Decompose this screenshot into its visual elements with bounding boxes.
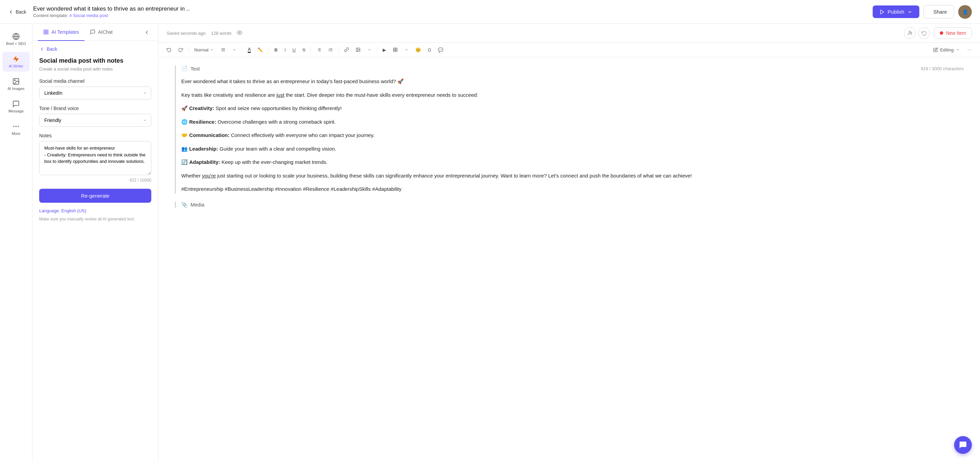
svg-rect-11 (44, 32, 46, 34)
link-button[interactable] (341, 46, 352, 54)
nav-item-brief-seo[interactable]: Brief + SEO (2, 29, 30, 49)
format-toolbar: Normal A ✏️ B I U S (158, 43, 980, 57)
sidebar-tabs: AI Templates AIChat (32, 24, 158, 41)
style-select[interactable]: Normal (191, 46, 217, 54)
regenerate-button[interactable]: Re-generate (39, 189, 151, 203)
editor-meta: Saved seconds ago 128 words (167, 30, 242, 37)
nav-label-message: Message (8, 109, 24, 113)
topbar: Back Ever wondered what it takes to thri… (0, 0, 980, 24)
svg-point-5 (14, 80, 15, 81)
ordered-list-button[interactable] (325, 46, 336, 54)
strikethrough-button[interactable]: S (300, 46, 309, 54)
social-media-channel-label: Social media channel (39, 78, 151, 84)
content-list-item-1: 🚀 Creativity: Spot and seize new opportu… (181, 104, 964, 113)
emoji-button[interactable]: 😊 (413, 46, 423, 54)
notes-group: Notes Must-have skills for an entreprene… (39, 133, 151, 183)
publish-button[interactable]: Publish (873, 5, 920, 18)
svg-point-14 (909, 31, 910, 33)
word-count: 128 words (211, 31, 231, 36)
nav-item-ai-writer[interactable]: AI Writer (2, 52, 30, 71)
social-media-post-link[interactable]: # Social media post (69, 13, 108, 18)
italic-button[interactable]: I (282, 46, 289, 54)
redo-button[interactable] (175, 46, 186, 54)
left-nav: Brief + SEO AI Writer AI Images Message (0, 24, 32, 462)
media-section-label: 📎 Media (181, 202, 964, 208)
nav-item-message[interactable]: Message (2, 97, 30, 116)
toolbar-separator-3 (269, 46, 269, 53)
content-list-item-4: 👥 Leadership: Guide your team with a cle… (181, 144, 964, 153)
nav-label-ai-writer: AI Writer (9, 64, 24, 68)
table-dropdown[interactable] (402, 46, 411, 53)
svg-rect-12 (46, 32, 48, 34)
media-section-icon: 📎 (181, 202, 188, 208)
notes-char-count: 622 / 10000 (39, 178, 151, 183)
table-button[interactable] (390, 46, 400, 54)
content-body[interactable]: Ever wondered what it takes to thrive as… (181, 77, 964, 194)
more-options-button[interactable]: ··· (965, 45, 975, 54)
content-para1: Ever wondered what it takes to thrive as… (181, 77, 964, 86)
add-user-button[interactable] (904, 27, 916, 39)
social-media-channel-group: Social media channel LinkedIn Twitter Fa… (39, 78, 151, 100)
saved-text: Saved seconds ago (167, 31, 205, 36)
media-dropdown[interactable] (364, 46, 374, 53)
svg-point-13 (239, 32, 240, 33)
text-section-title: 📄 Text (181, 65, 200, 71)
new-item-label: New Item (946, 30, 966, 36)
toolbar-separator-2 (242, 46, 242, 53)
bullet-list-button[interactable] (314, 46, 324, 54)
editing-mode-button[interactable]: Editing (930, 46, 963, 54)
align-button[interactable] (218, 46, 228, 54)
char-limit: 918 / 3000 characters (921, 66, 964, 71)
tone-brand-voice-label: Tone / Brand voice (39, 106, 151, 111)
new-item-button[interactable]: New Item (934, 27, 972, 39)
svg-point-8 (18, 126, 19, 127)
text-color-button[interactable]: A (245, 45, 253, 54)
back-button[interactable]: Back (8, 9, 26, 15)
content-list-item-3: 🤝 Communication: Connect effectively wit… (181, 131, 964, 140)
nav-label-more: More (11, 132, 20, 136)
topbar-actions: Publish Share 👤 (873, 5, 972, 19)
underline-button[interactable]: U (290, 46, 298, 54)
tab-aichat[interactable]: AIChat (84, 24, 118, 41)
tone-brand-voice-group: Tone / Brand voice Friendly Professional… (39, 106, 151, 127)
editor-area: Saved seconds ago 128 words (158, 24, 980, 462)
content-hashtags: #Entrepreneurship #BusinessLeadership #I… (181, 185, 964, 194)
chat-fab-button[interactable] (954, 436, 972, 454)
share-button[interactable]: Share (923, 5, 954, 18)
new-item-dot (940, 31, 943, 35)
bold-button[interactable]: B (272, 46, 280, 54)
editor-actions: New Item (904, 27, 972, 39)
tab-ai-templates[interactable]: AI Templates (38, 24, 84, 41)
nav-item-more[interactable]: More (2, 119, 30, 139)
notes-textarea[interactable]: Must-have skills for an entrepreneur - C… (39, 141, 151, 175)
visibility-toggle[interactable] (237, 30, 242, 37)
comment-button[interactable]: 💬 (435, 46, 446, 54)
align-dropdown[interactable] (230, 46, 239, 53)
special-chars-button[interactable]: Ω (425, 46, 434, 54)
sidebar-back-button[interactable]: Back (39, 46, 151, 52)
editor-topbar: Saved seconds ago 128 words (158, 24, 980, 43)
sidebar-language: Language: English (US) (39, 208, 151, 213)
highlight-button[interactable]: ✏️ (255, 46, 266, 54)
sidebar-collapse-button[interactable] (141, 27, 153, 38)
svg-rect-10 (46, 30, 48, 32)
tone-brand-voice-select[interactable]: Friendly Professional Casual Formal (39, 114, 151, 127)
social-media-channel-select[interactable]: LinkedIn Twitter Facebook Instagram (39, 87, 151, 100)
content-para3: Whether you're just starting out or look… (181, 171, 964, 180)
user-icons (904, 27, 930, 39)
template-title: Social media post with notes (39, 57, 151, 64)
sidebar-content: Back Social media post with notes Create… (32, 41, 158, 462)
content-para2: Key traits like creativity and resilienc… (181, 90, 964, 100)
history-button[interactable] (918, 27, 930, 39)
undo-button[interactable] (164, 46, 174, 54)
sidebar-panel: AI Templates AIChat Back Socia (32, 24, 158, 462)
play-button[interactable]: ▶ (380, 46, 389, 54)
nav-item-ai-images[interactable]: AI Images (2, 74, 30, 94)
notes-label: Notes (39, 133, 151, 138)
page-title: Ever wondered what it takes to thrive as… (33, 5, 189, 12)
main-layout: Brief + SEO AI Writer AI Images Message (0, 24, 980, 462)
user-avatar[interactable]: 👤 (958, 5, 972, 19)
media-button[interactable] (353, 46, 363, 54)
nav-label-brief-seo: Brief + SEO (6, 41, 26, 46)
editor-content: 📄 Text 918 / 3000 characters Ever wonder… (158, 57, 980, 462)
